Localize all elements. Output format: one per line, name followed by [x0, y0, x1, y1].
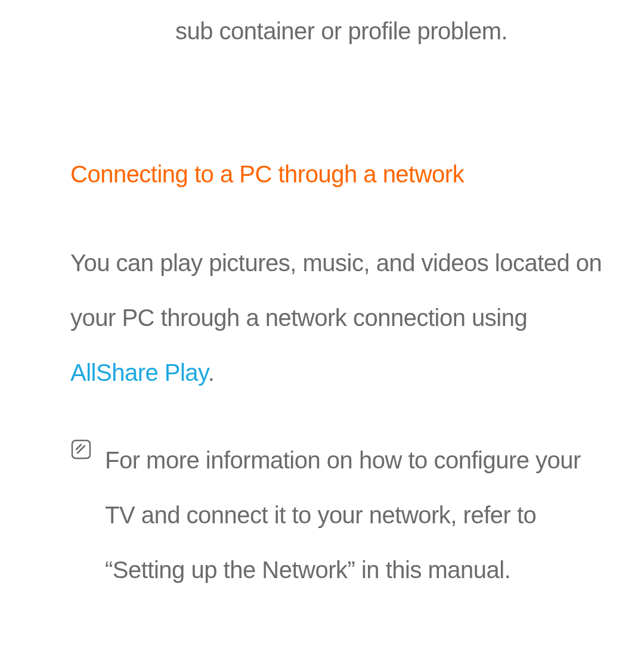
- section-heading: Connecting to a PC through a network: [70, 45, 608, 188]
- note-section: For more information on how to configure…: [70, 400, 608, 597]
- paragraph-text-2: .: [208, 359, 215, 386]
- paragraph-text-1: You can play pictures, music, and videos…: [70, 250, 602, 331]
- allshare-play-link[interactable]: AllShare Play: [70, 359, 208, 386]
- intro-paragraph: You can play pictures, music, and videos…: [70, 188, 608, 400]
- note-icon: [70, 439, 92, 463]
- continuation-text: sub container or profile problem.: [70, 0, 608, 45]
- page-content: sub container or profile problem. Connec…: [0, 0, 644, 597]
- note-body-text: For more information on how to configure…: [70, 433, 608, 597]
- svg-line-2: [76, 445, 81, 449]
